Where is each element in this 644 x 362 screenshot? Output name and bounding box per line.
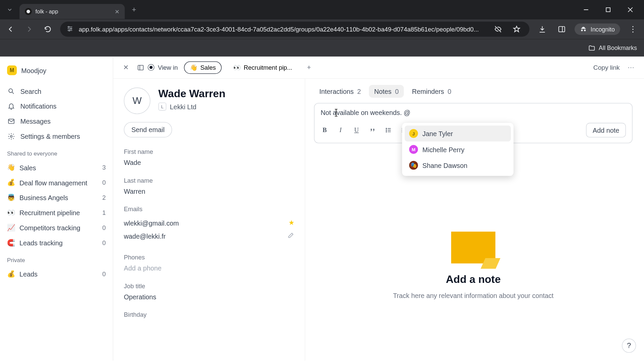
downloads-icon[interactable] xyxy=(536,22,549,36)
add-note-button[interactable]: Add note xyxy=(586,123,626,138)
contact-detail-column: W Wade Warren L Lekki Ltd Send email Fir… xyxy=(113,79,305,361)
contact-name: Wade Warren xyxy=(158,87,294,100)
field-label: Emails xyxy=(124,205,294,213)
pill-label: Recruitment pip... xyxy=(244,64,292,71)
svg-point-13 xyxy=(10,135,12,137)
group-pill-sales[interactable]: 👋 Sales xyxy=(184,61,221,74)
incognito-badge[interactable]: Incognito xyxy=(575,23,620,35)
bookmark-star-icon[interactable] xyxy=(510,22,524,36)
tab-search-dropdown[interactable] xyxy=(0,7,19,13)
svg-point-16 xyxy=(386,128,386,129)
bullet-list-button[interactable] xyxy=(384,126,392,134)
nav-back-button[interactable] xyxy=(4,23,17,36)
note-text-input[interactable]: Not available on weekends. @ xyxy=(321,109,626,117)
group-count: 0 xyxy=(102,270,106,278)
mention-name: Michelle Perry xyxy=(422,146,464,153)
pill-label: Sales xyxy=(200,64,216,71)
sidebar-search-label: Search xyxy=(20,87,42,95)
sidepanel-icon[interactable] xyxy=(555,22,569,36)
group-name: Leads xyxy=(19,270,98,278)
edit-icon[interactable] xyxy=(287,232,294,240)
sidebar-notifications[interactable]: Notifications xyxy=(4,99,108,113)
mention-item-jane[interactable]: J Jane Tyler xyxy=(405,126,511,141)
group-pill-recruitment[interactable]: 👀 Recruitment pip... xyxy=(228,62,298,73)
url-field[interactable]: app.folk.app/apps/contacts/network/ccaa7… xyxy=(60,22,529,37)
svg-line-11 xyxy=(12,92,14,94)
sidebar-group-competitors[interactable]: 📈Competitors tracking0 xyxy=(4,221,108,235)
bold-button[interactable]: B xyxy=(321,126,329,134)
browser-address-bar: app.folk.app/apps/contacts/network/ccaa7… xyxy=(0,19,644,39)
all-bookmarks-link[interactable]: All Bookmarks xyxy=(588,45,637,52)
sidebar-group-sales[interactable]: 👋Sales3 xyxy=(4,161,108,175)
group-name: Deal flow management xyxy=(19,179,98,186)
mention-item-shane[interactable]: 🎭 Shane Dawson xyxy=(405,157,511,173)
view-in-control: View in xyxy=(137,64,178,71)
mention-name: Jane Tyler xyxy=(422,130,453,137)
group-name: Competitors tracking xyxy=(19,224,98,231)
sidebar-group-leads[interactable]: 💰Leads0 xyxy=(4,267,108,281)
new-tab-button[interactable]: + xyxy=(127,3,141,16)
group-count: 3 xyxy=(102,164,106,171)
send-email-button[interactable]: Send email xyxy=(124,122,172,137)
activity-column: Interactions2 Notes0 Reminders0 Not avai… xyxy=(305,79,644,361)
sidebar-settings[interactable]: Settings & members xyxy=(4,129,108,143)
copy-link-button[interactable]: Copy link xyxy=(593,64,620,71)
field-label: Last name xyxy=(124,177,294,184)
field-first-name[interactable]: First name Wade xyxy=(124,148,294,166)
nav-reload-button[interactable] xyxy=(42,23,54,36)
note-editor[interactable]: Not available on weekends. @ B I U 123 A… xyxy=(314,103,632,143)
svg-rect-8 xyxy=(559,26,565,32)
email-row-secondary[interactable]: wade@lekki.fr xyxy=(124,229,294,243)
radio-selected-icon[interactable] xyxy=(148,64,154,71)
group-count: 0 xyxy=(102,224,106,231)
help-button[interactable]: ? xyxy=(622,339,636,353)
text-cursor-icon xyxy=(333,109,339,117)
add-group-pill-button[interactable]: + xyxy=(304,62,314,73)
sidebar-group-recruitment[interactable]: 👀Recruitment pipeline1 xyxy=(4,205,108,220)
close-detail-button[interactable]: ✕ xyxy=(121,63,131,72)
shared-section-label: Shared to everyone xyxy=(4,144,108,160)
detail-content: W Wade Warren L Lekki Ltd Send email Fir… xyxy=(113,79,644,361)
messages-icon xyxy=(7,117,15,125)
field-job-title[interactable]: Job title Operations xyxy=(124,283,294,301)
url-text: app.folk.app/apps/contacts/network/ccaa7… xyxy=(79,25,486,33)
group-emoji: 📈 xyxy=(7,224,15,232)
nav-forward-button[interactable] xyxy=(23,23,36,36)
group-emoji: 👼 xyxy=(7,194,15,202)
tab-reminders[interactable]: Reminders0 xyxy=(407,85,457,98)
view-in-label: View in xyxy=(158,64,178,71)
star-icon[interactable]: ★ xyxy=(288,219,294,227)
email-value: wlekki@gmail.com xyxy=(124,219,179,226)
tab-notes[interactable]: Notes0 xyxy=(369,85,404,98)
tab-close-icon[interactable]: ✕ xyxy=(115,8,120,15)
group-count: 1 xyxy=(102,209,106,216)
sidebar-messages[interactable]: Messages xyxy=(4,114,108,128)
svg-rect-14 xyxy=(138,65,143,70)
quote-button[interactable] xyxy=(368,126,376,134)
window-close-button[interactable] xyxy=(624,3,637,16)
workspace-name: Moodjoy xyxy=(21,66,46,74)
tab-interactions[interactable]: Interactions2 xyxy=(314,85,366,98)
sidebar-group-leads-tracking[interactable]: 🧲Leads tracking0 xyxy=(4,236,108,250)
eye-off-icon[interactable] xyxy=(491,22,505,36)
browser-tab[interactable]: folk - app ✕ xyxy=(19,4,125,19)
site-settings-icon[interactable] xyxy=(66,25,73,34)
sidebar-group-dealflow[interactable]: 💰Deal flow management0 xyxy=(4,176,108,190)
italic-button[interactable]: I xyxy=(337,126,345,134)
mention-item-michelle[interactable]: M Michelle Perry xyxy=(405,141,511,157)
sidebar-group-angels[interactable]: 👼Business Angels2 xyxy=(4,190,108,204)
field-last-name[interactable]: Last name Warren xyxy=(124,177,294,195)
workspace-switcher[interactable]: M Moodjoy xyxy=(4,62,108,79)
window-maximize-button[interactable] xyxy=(601,3,615,16)
svg-point-18 xyxy=(386,130,386,130)
field-label: Birthday xyxy=(124,311,294,318)
underline-button[interactable]: U xyxy=(353,126,361,134)
sidebar-search[interactable]: Search xyxy=(4,84,108,98)
email-row-primary[interactable]: wlekki@gmail.com ★ xyxy=(124,216,294,230)
chrome-menu-button[interactable]: ⋮ xyxy=(626,24,640,34)
contact-company[interactable]: L Lekki Ltd xyxy=(158,103,294,111)
detail-menu-button[interactable]: ⋯ xyxy=(626,63,636,71)
window-minimize-button[interactable] xyxy=(579,3,593,16)
field-birthday[interactable]: Birthday xyxy=(124,311,294,318)
field-phones[interactable]: Phones Add a phone xyxy=(124,254,294,272)
